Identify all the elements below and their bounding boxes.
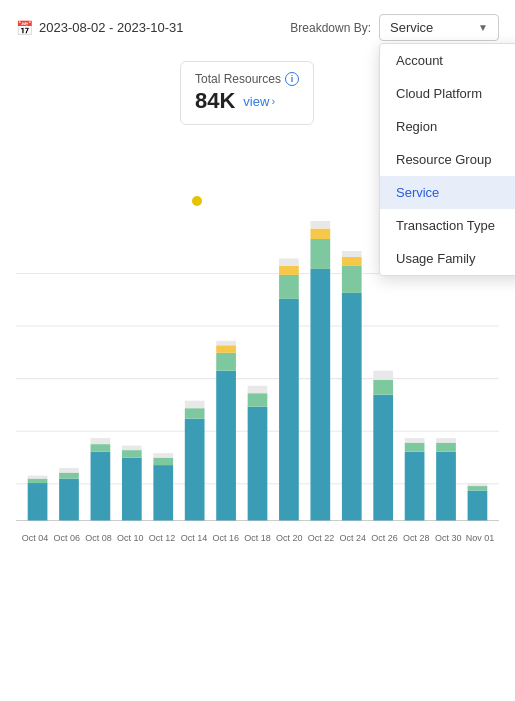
x-axis-label: Oct 06 [52, 533, 82, 543]
svg-rect-51 [436, 438, 456, 442]
svg-rect-40 [342, 266, 362, 293]
x-axis-label: Oct 16 [211, 533, 241, 543]
svg-rect-39 [342, 293, 362, 521]
svg-rect-43 [373, 395, 393, 521]
svg-rect-41 [342, 257, 362, 266]
dropdown-item-region[interactable]: Region [380, 110, 515, 143]
svg-rect-16 [122, 450, 142, 457]
dropdown-selected-value: Service [390, 20, 433, 35]
x-axis-label: Oct 18 [242, 533, 272, 543]
x-axis-label: Oct 28 [401, 533, 431, 543]
svg-rect-21 [185, 419, 205, 521]
dropdown-item-transaction-type[interactable]: Transaction Type [380, 209, 515, 242]
svg-rect-24 [216, 371, 236, 521]
svg-rect-30 [248, 386, 268, 393]
x-axis-label: Oct 14 [179, 533, 209, 543]
svg-rect-27 [216, 341, 236, 345]
dropdown-item-resource-group[interactable]: Resource Group [380, 143, 515, 176]
svg-rect-28 [248, 407, 268, 521]
svg-rect-6 [28, 483, 48, 520]
x-axis-label: Oct 04 [20, 533, 50, 543]
svg-rect-20 [153, 453, 173, 457]
svg-rect-17 [122, 446, 142, 450]
svg-rect-52 [468, 491, 488, 521]
svg-rect-34 [279, 258, 299, 265]
svg-rect-38 [310, 221, 330, 228]
total-resources-value: 84K view › [195, 88, 299, 114]
svg-rect-29 [248, 393, 268, 406]
date-range[interactable]: 📅 2023-08-02 - 2023-10-31 [16, 20, 184, 36]
x-axis-label: Oct 10 [115, 533, 145, 543]
right-arrow-icon: › [271, 95, 275, 107]
total-resources-card: Total Resources i 84K view › [180, 61, 314, 125]
svg-rect-11 [59, 468, 79, 472]
x-axis-labels: Oct 04Oct 06Oct 08Oct 10Oct 12Oct 14Oct … [16, 533, 499, 543]
svg-rect-7 [28, 479, 48, 483]
x-axis-label: Oct 12 [147, 533, 177, 543]
x-axis-label: Oct 22 [306, 533, 336, 543]
svg-rect-32 [279, 275, 299, 299]
svg-rect-53 [468, 486, 488, 490]
svg-rect-9 [59, 479, 79, 521]
svg-rect-18 [153, 465, 173, 520]
svg-rect-8 [28, 476, 48, 479]
svg-rect-26 [216, 345, 236, 352]
svg-rect-49 [436, 452, 456, 521]
svg-rect-14 [91, 438, 111, 444]
svg-rect-15 [122, 458, 142, 521]
chevron-down-icon: ▼ [478, 22, 488, 33]
dropdown-item-account[interactable]: Account [380, 44, 515, 77]
svg-rect-13 [91, 444, 111, 451]
breakdown-label: Breakdown By: [290, 21, 371, 35]
info-icon[interactable]: i [285, 72, 299, 86]
date-range-value: 2023-08-02 - 2023-10-31 [39, 20, 184, 35]
top-bar: 📅 2023-08-02 - 2023-10-31 Breakdown By: … [0, 0, 515, 51]
dropdown-menu: Account Cloud Platform Region Resource G… [379, 43, 515, 276]
svg-rect-19 [153, 458, 173, 465]
svg-rect-22 [185, 408, 205, 418]
x-axis-label: Oct 26 [370, 533, 400, 543]
total-resources-title: Total Resources i [195, 72, 299, 86]
svg-rect-31 [279, 299, 299, 521]
calendar-icon: 📅 [16, 20, 33, 36]
svg-rect-25 [216, 353, 236, 371]
x-axis-label: Oct 30 [433, 533, 463, 543]
dropdown-button[interactable]: Service ▼ [379, 14, 499, 41]
svg-rect-54 [468, 483, 488, 486]
svg-rect-12 [91, 452, 111, 521]
svg-rect-48 [405, 438, 425, 442]
svg-rect-50 [436, 443, 456, 452]
dropdown-item-service[interactable]: Service [380, 176, 515, 209]
svg-rect-47 [405, 443, 425, 452]
svg-rect-45 [373, 371, 393, 380]
svg-rect-23 [185, 401, 205, 408]
svg-rect-37 [310, 228, 330, 238]
x-axis-label: Oct 24 [338, 533, 368, 543]
dropdown-item-cloud-platform[interactable]: Cloud Platform [380, 77, 515, 110]
svg-rect-44 [373, 380, 393, 395]
svg-rect-10 [59, 473, 79, 479]
breakdown-dropdown[interactable]: Service ▼ Account Cloud Platform Region … [379, 14, 499, 41]
x-axis-label: Oct 20 [274, 533, 304, 543]
svg-rect-35 [310, 269, 330, 521]
x-axis-label: Nov 01 [465, 533, 495, 543]
svg-rect-42 [342, 251, 362, 257]
svg-rect-33 [279, 266, 299, 275]
yellow-dot [192, 196, 202, 206]
svg-rect-46 [405, 452, 425, 521]
view-link[interactable]: view › [243, 94, 275, 109]
breakdown-section: Breakdown By: Service ▼ Account Cloud Pl… [290, 14, 499, 41]
dropdown-item-usage-family[interactable]: Usage Family [380, 242, 515, 275]
x-axis-label: Oct 08 [84, 533, 114, 543]
svg-rect-36 [310, 239, 330, 269]
